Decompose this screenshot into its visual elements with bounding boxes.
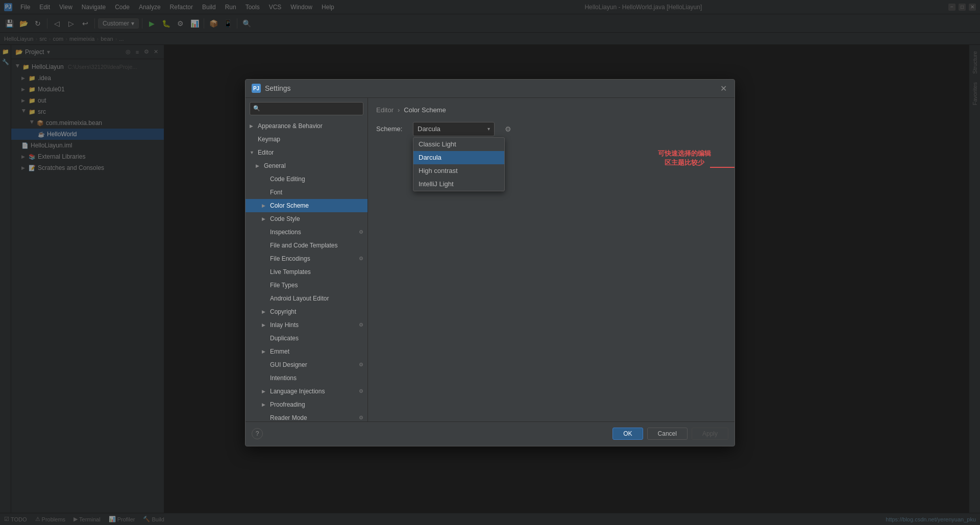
nav-editor[interactable]: ▼ Editor [246,146,368,159]
nav-keymap-label: Keymap [258,136,280,143]
scheme-dropdown-popup: Classic Light Darcula High contrast Inte… [413,137,505,191]
file-encodings-gear-icon: ⚙ [359,256,363,261]
nav-appearance[interactable]: ▶ Appearance & Behavior [246,119,368,133]
scheme-label: Scheme: [376,125,407,133]
code-style-arrow-icon: ▶ [262,216,268,221]
nav-android-layout[interactable]: Android Layout Editor [246,292,368,305]
copyright-arrow-icon: ▶ [262,309,268,314]
nav-inlay-hints-label: Inlay Hints [270,321,299,329]
nav-font[interactable]: Font [246,186,368,199]
nav-file-encodings-label: File Encodings [270,255,310,262]
reader-mode-gear-icon: ⚙ [359,415,363,420]
nav-file-types-label: File Types [270,282,298,289]
nav-lang-inject-label: Language Injections [270,388,325,395]
ok-button[interactable]: OK [612,428,643,440]
nav-inspections-label: Inspections [270,229,301,236]
settings-nav-tree: 🔍 ▶ Appearance & Behavior Keymap ▼ [246,98,368,421]
annotation-text: 可快速选择的编辑区主题比较少 [654,149,715,167]
settings-content: Editor › Color Scheme Scheme: Darcula ▾ [368,98,734,421]
inlay-hints-gear-icon: ⚙ [359,322,363,328]
apply-button: Apply [692,428,728,440]
inlay-hints-arrow-icon: ▶ [262,322,268,328]
scheme-dropdown-arrow-icon: ▾ [487,126,490,132]
nav-duplicates[interactable]: Duplicates [246,332,368,345]
proofreading-arrow-icon: ▶ [262,402,268,407]
lang-inject-gear-icon: ⚙ [359,388,363,394]
nav-gui-designer[interactable]: GUI Designer ⚙ [246,358,368,371]
nav-font-label: Font [270,189,282,196]
nav-general-label: General [264,162,286,169]
general-arrow-icon: ▶ [256,163,262,168]
search-icon: 🔍 [253,105,260,112]
annotation-box: 可快速选择的编辑区主题比较少 [654,149,715,167]
nav-appearance-label: Appearance & Behavior [258,122,323,130]
nav-file-templates[interactable]: File and Code Templates [246,239,368,252]
modal-overlay: PJ Settings ✕ 🔍 ▶ Appearance & Behavior [0,0,980,525]
ide-background: PJ File Edit View Navigate Code Analyze … [0,0,980,525]
nav-editor-label: Editor [258,149,274,156]
emmet-arrow-icon: ▶ [262,349,268,354]
modal-body: 🔍 ▶ Appearance & Behavior Keymap ▼ [246,98,734,421]
modal-close-button[interactable]: ✕ [718,83,728,93]
gui-designer-gear-icon: ⚙ [359,362,363,367]
lang-inject-arrow-icon: ▶ [262,389,268,394]
scheme-dropdown-wrapper: Darcula ▾ Classic Light Darcula High con… [413,122,495,136]
settings-search-input[interactable] [262,105,360,112]
breadcrumb-sep-icon: › [398,106,400,114]
nav-intentions-label: Intentions [270,374,297,382]
nav-android-layout-label: Android Layout Editor [270,295,329,302]
nav-code-editing[interactable]: Code Editing [246,172,368,186]
nav-code-style[interactable]: ▶ Code Style [246,212,368,226]
nav-general[interactable]: ▶ General [246,159,368,172]
scheme-value: Darcula [418,125,440,133]
nav-gui-designer-label: GUI Designer [270,361,307,368]
nav-copyright[interactable]: ▶ Copyright [246,305,368,318]
editor-arrow-icon: ▼ [250,150,256,155]
nav-file-templates-label: File and Code Templates [270,242,338,249]
nav-file-types[interactable]: File Types [246,279,368,292]
dd-option-classic-light[interactable]: Classic Light [413,138,504,151]
nav-live-templates-label: Live Templates [270,268,311,276]
nav-color-scheme[interactable]: ▶ Color Scheme [246,199,368,212]
breadcrumb-parent: Editor [376,106,394,114]
nav-emmet-label: Emmet [270,348,289,355]
modal-footer: ? OK Cancel Apply [246,421,734,446]
nav-inspections[interactable]: Inspections ⚙ [246,226,368,239]
nav-proofreading[interactable]: ▶ Proofreading [246,398,368,411]
settings-breadcrumb: Editor › Color Scheme [376,106,726,114]
cancel-button[interactable]: Cancel [647,428,688,440]
nav-color-scheme-label: Color Scheme [270,202,309,209]
nav-copyright-label: Copyright [270,308,296,315]
dd-option-darcula[interactable]: Darcula [413,151,504,164]
scheme-gear-button[interactable]: ⚙ [501,122,515,136]
settings-modal: PJ Settings ✕ 🔍 ▶ Appearance & Behavior [245,79,735,446]
nav-inlay-hints[interactable]: ▶ Inlay Hints ⚙ [246,318,368,332]
nav-code-style-label: Code Style [270,215,300,222]
nav-live-templates[interactable]: Live Templates [246,265,368,279]
scheme-dropdown[interactable]: Darcula ▾ [413,122,495,136]
help-button[interactable]: ? [252,428,263,439]
dd-option-high-contrast[interactable]: High contrast [413,164,504,178]
modal-header: PJ Settings ✕ [246,80,734,98]
nav-code-editing-label: Code Editing [270,176,305,183]
modal-title: Settings [265,84,291,92]
annotation-arrow [710,167,734,168]
nav-reader-mode[interactable]: Reader Mode ⚙ [246,411,368,421]
dd-option-intellij-light[interactable]: IntelliJ Light [413,178,504,191]
breadcrumb-current: Color Scheme [404,106,446,114]
inspections-gear-icon: ⚙ [359,229,363,235]
nav-language-injections[interactable]: ▶ Language Injections ⚙ [246,385,368,398]
modal-title-icon: PJ [252,84,261,93]
nav-duplicates-label: Duplicates [270,335,299,342]
nav-proofreading-label: Proofreading [270,401,305,408]
nav-file-encodings[interactable]: File Encodings ⚙ [246,252,368,265]
scheme-row: Scheme: Darcula ▾ Classic Light Darcula … [376,122,726,136]
nav-keymap[interactable]: Keymap [246,133,368,146]
nav-emmet[interactable]: ▶ Emmet [246,345,368,358]
settings-search-box[interactable]: 🔍 [250,102,363,115]
appearance-arrow-icon: ▶ [250,123,256,129]
color-scheme-arrow-icon: ▶ [262,203,268,208]
nav-intentions[interactable]: Intentions [246,371,368,385]
nav-reader-mode-label: Reader Mode [270,414,307,421]
